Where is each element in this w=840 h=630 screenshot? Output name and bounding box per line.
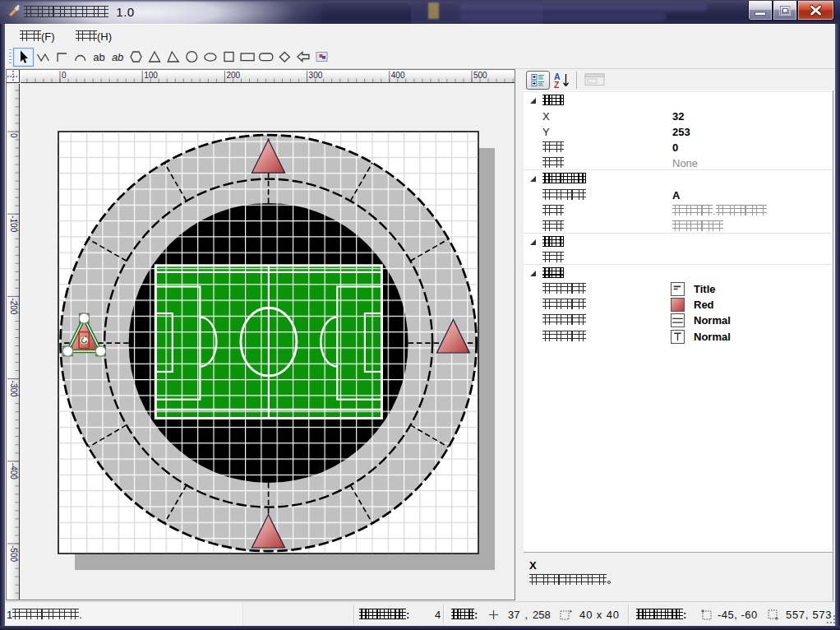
svg-text:100: 100 xyxy=(144,71,158,80)
svg-text:-500: -500 xyxy=(9,545,18,562)
svg-text:200: 200 xyxy=(226,71,240,80)
svg-text:300: 300 xyxy=(309,71,323,80)
svg-text:ab: ab xyxy=(93,51,104,63)
svg-text:0: 0 xyxy=(62,71,67,80)
svg-text:0: 0 xyxy=(9,133,18,138)
svg-text:-300: -300 xyxy=(9,381,18,397)
svg-text:-400: -400 xyxy=(9,463,18,479)
svg-text:500: 500 xyxy=(473,71,487,80)
svg-text:-100: -100 xyxy=(9,215,18,232)
svg-text:ab: ab xyxy=(112,51,123,63)
svg-text:Z: Z xyxy=(554,80,560,89)
svg-text:-200: -200 xyxy=(9,298,18,314)
svg-text:400: 400 xyxy=(391,71,405,80)
